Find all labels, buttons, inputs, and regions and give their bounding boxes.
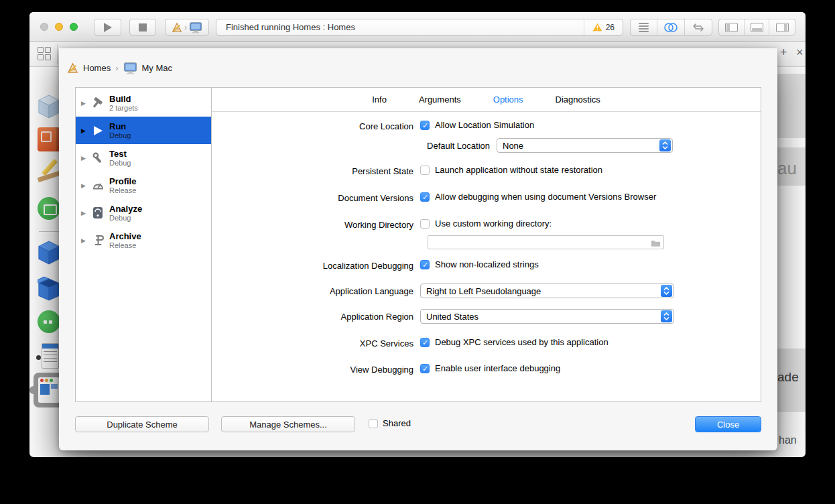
blue-cube-icon[interactable]	[38, 240, 60, 268]
pencil-ruler-icon[interactable]	[38, 162, 62, 185]
warning-count: 26	[606, 23, 615, 32]
folder-icon[interactable]	[651, 239, 661, 247]
navigator-toggle-button[interactable]	[719, 19, 745, 35]
form-row-working-directory: Working Directory Use custom working dir…	[212, 218, 761, 232]
sidebar-item-subtitle: 2 targets	[109, 104, 138, 113]
sidebar-item-run[interactable]: ▶ Run Debug	[76, 117, 211, 144]
disclosure-icon[interactable]: ▶	[81, 237, 88, 244]
breadcrumb-scheme-name[interactable]: Homes	[83, 63, 111, 73]
popup-stepper-icon	[659, 139, 671, 151]
sidebar-item-title: Build	[109, 94, 138, 104]
menu-template-icon[interactable]	[42, 343, 59, 369]
scheme-sidebar: ▶ Build 2 targets ▶	[76, 88, 212, 401]
chevron-right-icon: ›	[115, 63, 118, 73]
row-label: Persistent State	[212, 166, 413, 176]
form-row-working-directory-field	[212, 235, 761, 249]
editor-mode-control	[630, 19, 712, 36]
disclosure-icon[interactable]: ▶	[81, 155, 88, 162]
xcode-window: › Finished running Homes : Homes 26	[29, 12, 806, 457]
xcode-scheme-icon	[67, 62, 78, 74]
truncated-text: au	[777, 158, 797, 179]
shared-option: Shared	[369, 418, 411, 428]
sidebar-item-build[interactable]: ▶ Build 2 targets	[76, 89, 211, 117]
navigator-panel-icon	[725, 23, 738, 32]
standard-editor-button[interactable]	[631, 19, 657, 35]
green-toggle-icon[interactable]	[38, 310, 60, 333]
debug-area-icon	[751, 23, 763, 32]
build-icon	[90, 96, 105, 111]
checkbox-label: Debug XPC services used by this applicat…	[435, 337, 608, 347]
dot-icon	[36, 355, 41, 360]
row-label: Working Directory	[212, 220, 413, 230]
sidebar-item-analyze[interactable]: ▶ Analyze Debug	[76, 199, 211, 227]
custom-working-directory-checkbox[interactable]	[420, 219, 430, 229]
grid-icon[interactable]	[38, 47, 52, 62]
form-row-persistent-state: Persistent State Launch application with…	[212, 165, 761, 178]
debug-xpc-checkbox[interactable]	[420, 338, 430, 347]
shared-checkbox[interactable]	[369, 419, 378, 428]
checkbox-label: Allow Location Simulation	[435, 120, 534, 130]
analyze-icon	[90, 206, 105, 220]
inspector-panel-icon	[776, 23, 789, 32]
glass-cube-icon[interactable]	[38, 94, 60, 122]
row-label: Application Region	[212, 312, 413, 322]
form-row-core-location: Core Location Allow Location Simulation	[212, 120, 761, 133]
disclosure-icon[interactable]: ▶	[81, 100, 88, 107]
standard-editor-icon	[639, 21, 649, 34]
manage-schemes-button[interactable]: Manage Schemes...	[221, 416, 355, 432]
traffic-zoom-button[interactable]	[70, 23, 78, 31]
green-badge-icon[interactable]	[38, 197, 60, 220]
divider	[57, 44, 58, 64]
add-tab-button[interactable]: +	[780, 46, 787, 60]
default-location-popup[interactable]: None	[497, 138, 673, 153]
sidebar-item-subtitle: Debug	[109, 131, 131, 140]
document-versions-checkbox[interactable]	[420, 192, 430, 202]
truncated-text: ade	[777, 370, 799, 385]
blue-open-cube-icon[interactable]	[38, 276, 60, 304]
run-button[interactable]	[94, 19, 121, 36]
close-button[interactable]: Close	[695, 416, 761, 432]
disclosure-icon[interactable]: ▶	[81, 127, 88, 134]
sidebar-item-archive[interactable]: ▶ Archive Release	[76, 227, 211, 254]
disclosure-icon[interactable]: ▶	[81, 182, 88, 189]
tab-arguments[interactable]: Arguments	[419, 94, 461, 105]
application-language-popup[interactable]: Right to Left Pseudolanguage	[420, 284, 674, 298]
sidebar-item-profile[interactable]: ▶ Profile Release	[76, 172, 211, 199]
inspector-toggle-button[interactable]	[769, 19, 795, 35]
form-row-xpc-services: XPC Services Debug XPC services used by …	[212, 337, 761, 351]
application-region-popup[interactable]: United States	[420, 309, 674, 324]
duplicate-scheme-button[interactable]: Duplicate Scheme	[75, 416, 209, 432]
popup-value: Right to Left Pseudolanguage	[426, 286, 541, 296]
archive-icon	[90, 233, 105, 248]
allow-location-simulation-checkbox[interactable]	[420, 121, 430, 130]
traffic-minimize-button[interactable]	[55, 23, 63, 31]
version-editor-button[interactable]	[685, 19, 712, 35]
traffic-close-button[interactable]	[40, 23, 48, 31]
close-tab-button[interactable]: ×	[796, 46, 804, 60]
warning-badge[interactable]: 26	[584, 19, 623, 35]
working-directory-field[interactable]	[428, 235, 664, 249]
sidebar-item-subtitle: Release	[109, 241, 141, 250]
disclosure-icon[interactable]: ▶	[81, 210, 88, 216]
assistant-editor-icon	[663, 22, 678, 33]
non-localized-strings-checkbox[interactable]	[420, 260, 430, 269]
scheme-selector[interactable]: ›	[165, 19, 209, 36]
debug-area-toggle-button[interactable]	[745, 19, 770, 35]
stop-button[interactable]	[129, 19, 156, 36]
popup-value: United States	[426, 312, 478, 322]
ui-debugging-checkbox[interactable]	[420, 364, 430, 373]
tab-info[interactable]: Info	[372, 94, 387, 105]
my-mac-icon	[189, 21, 202, 34]
tab-options[interactable]: Options	[493, 94, 523, 105]
sidebar-item-title: Test	[109, 149, 131, 159]
my-mac-icon	[123, 62, 137, 74]
sidebar-item-test[interactable]: ▶ Test Debug	[76, 144, 211, 172]
assistant-editor-button[interactable]	[657, 19, 684, 35]
tab-diagnostics[interactable]: Diagnostics	[556, 94, 600, 105]
popup-stepper-icon	[661, 285, 672, 297]
orange-box-icon[interactable]	[38, 127, 60, 151]
breadcrumb-destination[interactable]: My Mac	[142, 63, 173, 73]
state-restoration-checkbox[interactable]	[420, 166, 430, 175]
form-row-application-language: Application Language Right to Left Pseud…	[212, 284, 761, 298]
breadcrumb: Homes › My Mac	[67, 62, 172, 74]
